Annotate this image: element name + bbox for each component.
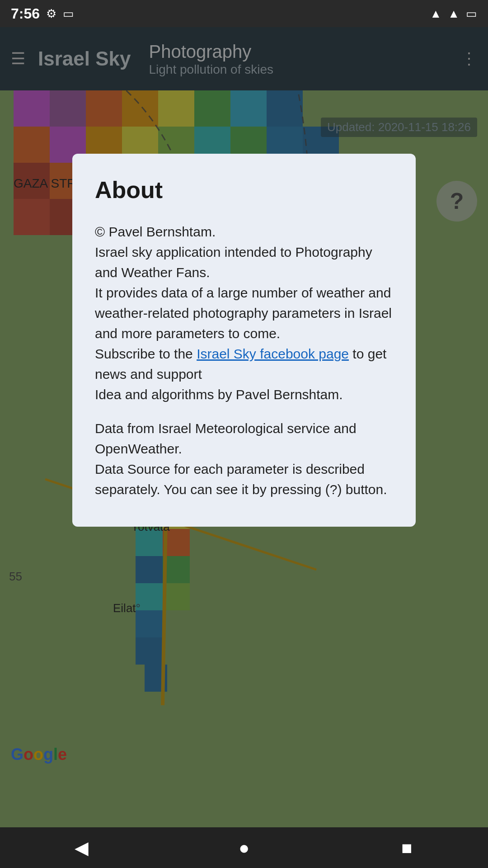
about-copyright: © Pavel Bernshtam. [95, 222, 393, 242]
subscribe-prefix: Subscribe to the [95, 346, 197, 361]
about-line2: It provides data of a large number of we… [95, 283, 393, 344]
about-body: © Pavel Bernshtam. Israel sky applicatio… [95, 222, 393, 500]
about-data1: Data from Israel Meteorological service … [95, 418, 393, 459]
about-dialog: About © Pavel Bernshtam. Israel sky appl… [72, 154, 416, 527]
recents-button[interactable]: ■ [389, 834, 425, 861]
status-right: ▲ ▲ ▭ [430, 7, 477, 21]
wifi-icon: ▲ [430, 7, 442, 21]
about-title: About [95, 176, 393, 203]
about-subscribe: Subscribe to the Israel Sky facebook pag… [95, 344, 393, 384]
back-button[interactable]: ◀ [63, 834, 99, 861]
status-bar: 7:56 ⚙ ▭ ▲ ▲ ▭ [0, 0, 488, 27]
about-data2: Data Source for each parameter is descri… [95, 459, 393, 500]
dialog-overlay[interactable]: About © Pavel Bernshtam. Israel sky appl… [0, 27, 488, 841]
battery-icon: ▭ [466, 7, 477, 21]
about-spacer [95, 405, 393, 418]
about-idea: Idea and algorithms by Pavel Bernshtam. [95, 384, 393, 405]
home-button[interactable]: ● [226, 834, 262, 861]
about-line1: Israel sky application intended to Photo… [95, 242, 393, 283]
bottom-nav: ◀ ● ■ [0, 827, 488, 868]
facebook-link[interactable]: Israel Sky facebook page [197, 346, 349, 361]
signal-icon: ▲ [448, 7, 460, 21]
status-left: 7:56 ⚙ ▭ [11, 5, 74, 22]
status-time: 7:56 [11, 5, 40, 22]
sim-icon: ▭ [63, 7, 74, 21]
settings-icon: ⚙ [46, 7, 56, 21]
